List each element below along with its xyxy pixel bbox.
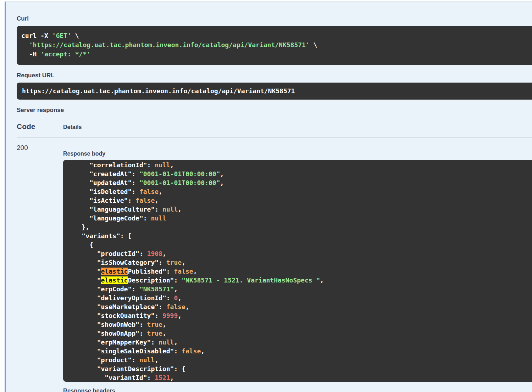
code-line: "languageCode": null xyxy=(66,214,532,223)
code-line: "productId": 1908, xyxy=(66,249,532,258)
get-operation-panel: Curl curl -X 'GET' \ 'https://catalog.ua… xyxy=(5,1,532,392)
code-line: "languageCulture": null, xyxy=(66,205,532,214)
request-url-block: https://catalog.uat.tac.phantom.inveon.i… xyxy=(17,83,532,100)
request-url-section-title: Request URL xyxy=(17,72,532,79)
code-line: }, xyxy=(66,223,532,231)
response-table-header: Code Details xyxy=(17,122,532,131)
code-line: "singleSaleDisabled": false, xyxy=(66,347,532,355)
code-line: "elasticDescription": "NK58571 - 1521. V… xyxy=(66,276,532,285)
response-headers-label: Response headers xyxy=(63,387,532,392)
curl-command-block: curl -X 'GET' \ 'https://catalog.uat.tac… xyxy=(17,26,532,65)
response-row: 200 Response body "correlationId": null,… xyxy=(17,138,532,392)
code-line: "updatedAt": "0001-01-01T00:00:00", xyxy=(66,178,532,187)
code-line: "stockQuantity": 9999, xyxy=(66,311,532,320)
curl-section-title: Curl xyxy=(17,15,532,22)
code-column-header: Code xyxy=(17,122,63,131)
request-url-value: https://catalog.uat.tac.phantom.inveon.i… xyxy=(22,87,295,95)
code-line: curl -X 'GET' \ xyxy=(21,31,532,40)
code-line: -H 'accept: */*' xyxy=(21,50,532,59)
code-line: "showOnApp": true, xyxy=(66,329,532,338)
code-line: 'https://catalog.uat.tac.phantom.inveon.… xyxy=(21,40,532,50)
code-line: "variants": [ xyxy=(66,231,532,240)
code-line: "erpCode": "NK58571", xyxy=(66,285,532,293)
code-line: "product": null, xyxy=(66,355,532,364)
code-line: "erpMapperKey": null, xyxy=(66,338,532,347)
response-body-json[interactable]: "correlationId": null, "createdAt": "000… xyxy=(63,160,532,382)
code-line: { xyxy=(66,240,532,249)
details-column-header: Details xyxy=(63,124,82,130)
code-line: "createdAt": "0001-01-01T00:00:00", xyxy=(66,169,532,178)
code-line: "isShowCategory": true, xyxy=(66,258,532,267)
operation-response-section: Curl curl -X 'GET' \ 'https://catalog.ua… xyxy=(6,2,532,392)
response-details-cell: Response body "correlationId": null, "cr… xyxy=(63,138,532,392)
code-line: "showOnWeb": true, xyxy=(66,320,532,329)
code-line: "isDeleted": false, xyxy=(66,187,532,196)
code-line: "isActive": false, xyxy=(66,196,532,205)
code-line: "correlationId": null, xyxy=(66,161,532,169)
code-line: "variantId": 1521, xyxy=(66,373,532,382)
status-code: 200 xyxy=(17,138,63,392)
response-body-label: Response body xyxy=(63,150,532,157)
code-line: "elasticPublished": false, xyxy=(66,267,532,276)
code-line: "useMarketplace": false, xyxy=(66,302,532,311)
code-line: "variantDescription": { xyxy=(66,364,532,373)
server-response-section-title: Server response xyxy=(17,107,532,114)
code-line: "deliveryOptionId": 0, xyxy=(66,293,532,302)
